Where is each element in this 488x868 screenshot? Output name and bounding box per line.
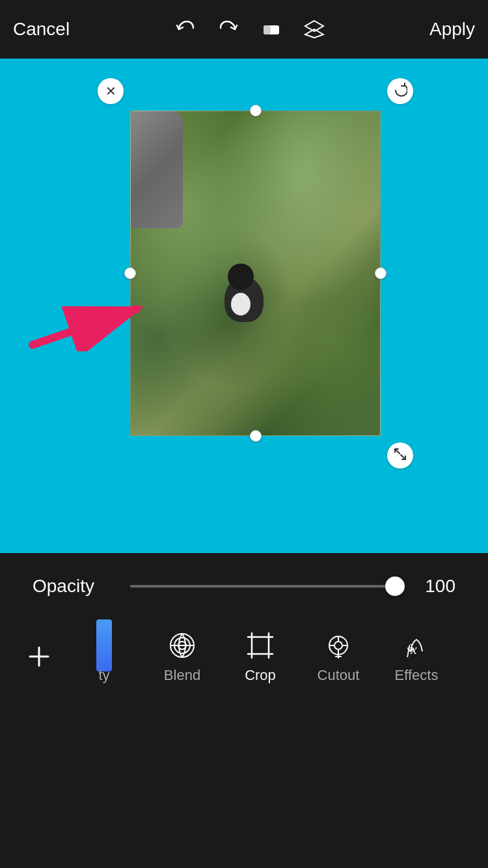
handle-right[interactable]	[375, 267, 386, 279]
svg-line-5	[33, 309, 137, 345]
svg-rect-1	[264, 25, 271, 34]
opacity-label: Opacity	[33, 576, 117, 597]
cancel-label: Cancel	[13, 19, 70, 40]
tools-row: ty Blend	[0, 597, 488, 684]
cutout-icon	[322, 629, 355, 662]
tool-layers[interactable]: ty	[65, 629, 143, 684]
layer-strip-icon	[88, 629, 120, 662]
tool-add[interactable]	[13, 640, 65, 673]
undo-button[interactable]	[174, 18, 197, 41]
apply-label: Apply	[429, 19, 475, 40]
canvas-area: ✕	[0, 59, 488, 553]
tool-effects-label: Effects	[395, 667, 439, 684]
photo-image	[130, 111, 381, 436]
bottom-section: Opacity 100 ty	[0, 553, 488, 868]
svg-point-22	[334, 642, 342, 649]
toolbar: Cancel Apply	[0, 0, 488, 59]
tool-crop-label: Crop	[245, 667, 276, 684]
tool-layers-label: ty	[98, 667, 109, 684]
image-container[interactable]: ✕	[130, 111, 381, 436]
opacity-slider-thumb[interactable]	[385, 576, 405, 596]
handle-left[interactable]	[124, 267, 136, 279]
handle-top[interactable]	[250, 105, 262, 116]
layers-button[interactable]	[303, 18, 326, 41]
tool-cutout-label: Cutout	[318, 667, 360, 684]
svg-rect-12	[252, 637, 269, 654]
apply-button[interactable]: Apply	[429, 19, 475, 40]
opacity-row: Opacity 100	[0, 553, 488, 597]
add-icon	[23, 640, 55, 673]
tool-blend-label: Blend	[164, 667, 200, 684]
cancel-button[interactable]: Cancel	[13, 19, 70, 40]
close-icon: ✕	[105, 83, 116, 99]
toolbar-icons	[174, 18, 326, 41]
rotate-icon	[393, 83, 407, 100]
resize-icon	[393, 447, 407, 465]
handle-bottom[interactable]	[250, 430, 262, 442]
opacity-slider-fill	[130, 585, 403, 588]
rotate-button[interactable]	[387, 78, 413, 104]
tool-cutout[interactable]: Cutout	[299, 629, 377, 684]
redo-button[interactable]	[217, 18, 240, 41]
resize-button[interactable]	[387, 442, 413, 468]
squirrel-element	[218, 264, 270, 322]
crop-icon	[244, 629, 277, 662]
rock-element	[131, 111, 183, 228]
opacity-value: 100	[416, 576, 455, 597]
eraser-button[interactable]	[260, 18, 283, 41]
tool-crop[interactable]: Crop	[221, 629, 299, 684]
opacity-slider-track[interactable]	[130, 585, 403, 588]
delete-button[interactable]: ✕	[98, 78, 124, 104]
effects-icon: fx	[400, 629, 433, 662]
svg-text:fx: fx	[407, 641, 417, 657]
blend-icon	[166, 629, 198, 662]
tool-effects[interactable]: fx Effects	[377, 629, 455, 684]
tool-blend[interactable]: Blend	[143, 629, 221, 684]
